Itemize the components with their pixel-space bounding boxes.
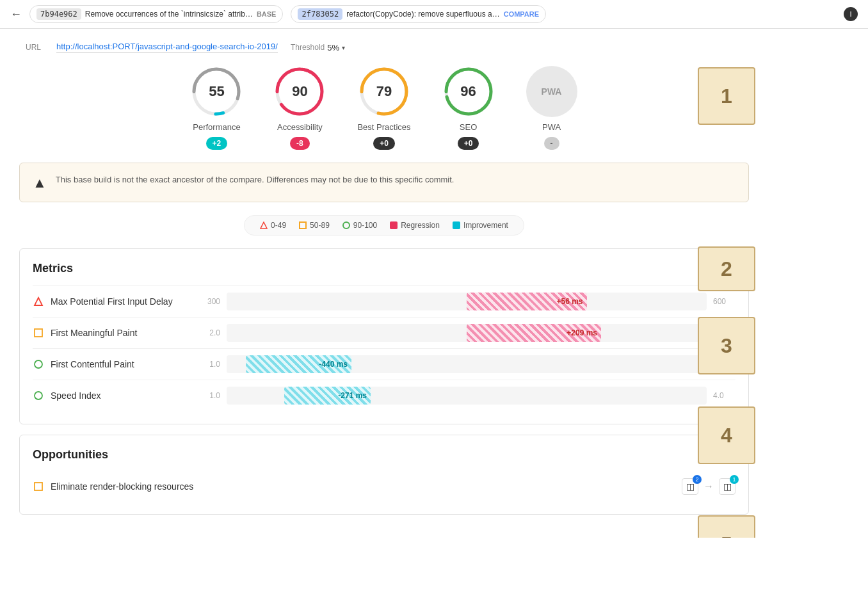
warning-text: This base build is not the exact ancesto… xyxy=(56,173,454,186)
score-item-seo: 96 SEO +0 xyxy=(443,66,494,150)
svg-point-14 xyxy=(35,392,42,399)
metrics-rows: Max Potential First Input Delay 300 +56 … xyxy=(33,285,735,411)
opp-arrow-icon-0: → xyxy=(703,481,714,492)
threshold-label: Threshold xyxy=(291,43,325,52)
metric-icon-1 xyxy=(33,327,44,339)
opp-icon-0 xyxy=(33,481,44,492)
metrics-section: Metrics Max Potential First Input Delay … xyxy=(19,248,749,424)
score-name-best-practices: Best Practices xyxy=(357,122,410,132)
annotation-3: 3 xyxy=(698,317,755,374)
circle-container-best-practices: 79 xyxy=(358,66,410,117)
annotation-4: 4 xyxy=(698,406,755,464)
url-value: http://localhost:PORT/javascript-and-goo… xyxy=(56,42,278,53)
score-item-performance: 55 Performance +2 xyxy=(191,66,242,150)
svg-point-13 xyxy=(35,360,42,368)
svg-marker-11 xyxy=(35,298,42,305)
warning-icon: ▲ xyxy=(33,175,47,191)
legend-item-improvement: Improvement xyxy=(453,221,508,230)
back-button[interactable]: ← xyxy=(10,8,22,21)
legend-regression-label: Regression xyxy=(401,221,440,230)
compare-label: COMPARE xyxy=(504,10,539,18)
main-content: URL http://localhost:PORT/javascript-and… xyxy=(0,29,768,538)
url-label: URL xyxy=(26,43,41,52)
metric-row: Max Potential First Input Delay 300 +56 … xyxy=(33,285,735,317)
svg-rect-12 xyxy=(35,329,42,337)
annotation-2: 2 xyxy=(698,246,755,291)
warning-box: ▲ This base build is not the exact ances… xyxy=(19,163,749,202)
opp-icons-0: ◫ 2 → ◫ 1 xyxy=(682,478,735,495)
score-value-seo: 96 xyxy=(460,83,476,100)
metric-max-3: 4.0 xyxy=(713,391,735,400)
metric-icon-3 xyxy=(33,390,44,401)
info-button[interactable]: i xyxy=(844,7,858,21)
score-badge-pwa: - xyxy=(544,137,559,150)
metric-bar-fill-2: -440 ms xyxy=(246,355,351,373)
opp-badge1-0: 2 xyxy=(693,475,702,484)
legend-item-square: 50-89 xyxy=(299,221,330,230)
metric-max-0: 600 xyxy=(713,297,735,306)
legend-item-regression: Regression xyxy=(390,221,440,230)
score-name-seo: SEO xyxy=(460,122,477,132)
opportunity-row: Eliminate render-blocking resources ◫ 2 … xyxy=(33,472,735,501)
score-badge-best-practices: +0 xyxy=(373,137,395,150)
metric-min-2: 1.0 xyxy=(198,360,220,369)
opportunities-section: Opportunities Eliminate render-blocking … xyxy=(19,435,749,515)
metric-icon-0 xyxy=(33,296,44,307)
svg-rect-15 xyxy=(35,483,42,490)
score-item-pwa: PWA PWA - xyxy=(526,66,577,150)
metric-min-0: 300 xyxy=(198,297,220,306)
legend-range-low: 0-49 xyxy=(271,221,286,230)
metric-row: First Contentful Paint 1.0 -440 ms 4.0 xyxy=(33,348,735,380)
metric-bar-fill-1: +209 ms xyxy=(467,324,601,342)
metric-name-0: Max Potential First Input Delay xyxy=(51,296,191,307)
circle-container-performance: 55 xyxy=(191,66,242,117)
legend-improvement-label: Improvement xyxy=(463,221,508,230)
score-item-best-practices: 79 Best Practices +0 xyxy=(357,66,410,150)
score-value-best-practices: 79 xyxy=(376,83,392,100)
metric-bar-area-2: -440 ms xyxy=(227,355,707,373)
opp-base-btn-0[interactable]: ◫ 2 xyxy=(682,478,698,495)
opportunities-title: Opportunities xyxy=(33,448,735,462)
metric-row: Speed Index 1.0 -271 ms 4.0 xyxy=(33,380,735,411)
compare-commit-pill: 2f783052 refactor(CopyCode): remove supe… xyxy=(291,5,546,23)
opp-badge2-0: 1 xyxy=(730,475,739,484)
url-threshold-row: URL http://localhost:PORT/javascript-and… xyxy=(19,42,749,53)
score-name-pwa: PWA xyxy=(542,122,561,132)
score-badge-accessibility: -8 xyxy=(290,137,310,150)
base-desc: Remove occurrences of the `intrinsicsize… xyxy=(85,10,253,19)
svg-marker-10 xyxy=(261,222,267,229)
top-bar: ← 7b94e962 Remove occurrences of the `in… xyxy=(0,0,868,29)
circle-container-accessibility: 90 xyxy=(274,66,325,117)
circle-container-seo: 96 xyxy=(443,66,494,117)
metric-min-1: 2.0 xyxy=(198,328,220,337)
compare-desc: refactor(CopyCode): remove superfluous a… xyxy=(346,10,499,19)
annotation-5: 5 xyxy=(698,515,755,538)
score-value-accessibility: 90 xyxy=(292,83,307,100)
opp-compare-btn-0[interactable]: ◫ 1 xyxy=(719,478,735,495)
metric-name-2: First Contentful Paint xyxy=(51,359,191,369)
scores-row: 55 Performance +2 90 Accessibility -8 xyxy=(19,66,749,150)
legend-item-triangle: 0-49 xyxy=(260,221,286,230)
metric-bar-area-0: +56 ms xyxy=(227,293,707,310)
metrics-title: Metrics xyxy=(33,262,735,275)
score-badge-seo: +0 xyxy=(458,137,479,150)
score-badge-performance: +2 xyxy=(206,137,228,150)
compare-hash: 2f783052 xyxy=(298,8,342,20)
metric-icon-2 xyxy=(33,358,44,370)
metric-bar-fill-3: -271 ms xyxy=(284,387,371,405)
metric-name-1: First Meaningful Paint xyxy=(51,328,191,338)
score-item-accessibility: 90 Accessibility -8 xyxy=(274,66,325,150)
base-commit-pill: 7b94e962 Remove occurrences of the `intr… xyxy=(29,5,283,23)
metric-min-3: 1.0 xyxy=(198,391,220,400)
annotation-1: 1 xyxy=(698,67,755,125)
score-value-performance: 55 xyxy=(209,83,224,100)
opp-name-0: Eliminate render-blocking resources xyxy=(51,481,675,492)
metric-bar-fill-0: +56 ms xyxy=(467,293,587,310)
pwa-circle: PWA xyxy=(526,66,577,117)
score-name-accessibility: Accessibility xyxy=(277,122,323,132)
legend-item-circle: 90-100 xyxy=(342,221,377,230)
legend-row: 0-49 50-89 90-100 Regression Improvement xyxy=(244,215,524,236)
metric-name-3: Speed Index xyxy=(51,390,191,401)
threshold-area[interactable]: Threshold 5% ▾ xyxy=(291,43,345,52)
metric-bar-area-3: -271 ms xyxy=(227,387,707,405)
